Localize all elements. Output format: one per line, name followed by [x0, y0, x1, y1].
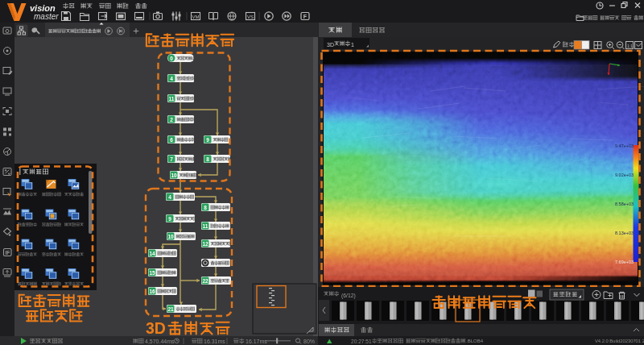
svg-text:16.17ms: 16.17ms	[246, 339, 267, 344]
svg-text:20:27:51: 20:27:51	[351, 339, 372, 344]
svg-text:9.47e+03: 9.47e+03	[615, 143, 634, 148]
svg-text:1:1: 1:1	[627, 44, 633, 48]
svg-text:7.69e+03: 7.69e+03	[615, 260, 634, 264]
svg-text:1: 1	[351, 42, 354, 48]
svg-text:8.13e+03: 8.13e+03	[615, 231, 634, 235]
svg-text:8.58e+03: 8.58e+03	[615, 202, 634, 206]
svg-text:16.31ms: 16.31ms	[204, 339, 225, 344]
svg-text:80%: 80%	[303, 339, 315, 344]
svg-text:(6/12): (6/12)	[341, 293, 356, 299]
svg-text:9.02e+03: 9.02e+03	[615, 172, 634, 177]
svg-text::: :	[402, 338, 404, 343]
svg-text:3D: 3D	[327, 42, 334, 48]
svg-text:V4.2.0 Build20230701 2: V4.2.0 Build20230701 2	[595, 339, 644, 343]
svg-text:.BLOB4: .BLOB4	[466, 339, 484, 343]
svg-text:4,570.44ms: 4,570.44ms	[145, 339, 175, 344]
